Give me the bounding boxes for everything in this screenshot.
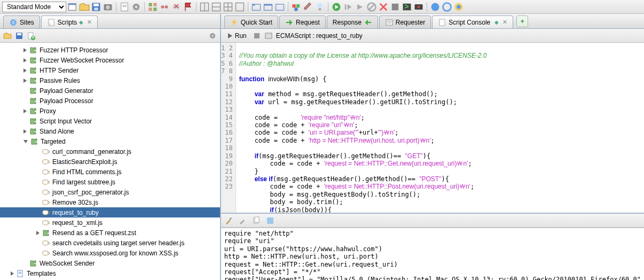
expand-icon[interactable] (23, 58, 27, 63)
drop-icon[interactable] (378, 2, 389, 12)
separator (427, 2, 427, 12)
report-icon[interactable] (119, 2, 130, 12)
tree-item[interactable]: Find largest subtree.js (0, 177, 220, 187)
tree-item[interactable]: Stand Alone (0, 126, 220, 136)
stop-icon[interactable] (366, 2, 377, 12)
record-icon[interactable] (413, 2, 424, 12)
expand-icon[interactable] (23, 48, 27, 52)
terminal-icon[interactable]: >_ (402, 2, 412, 12)
tree-label: Targeted (41, 138, 66, 145)
tree-item[interactable]: HTTP Sender (0, 65, 220, 75)
tree-item[interactable]: search cvedetails using target server he… (0, 238, 220, 248)
save-output-icon[interactable] (266, 216, 274, 225)
tree-item[interactable]: Remove 302s.js (0, 197, 220, 207)
close-icon[interactable]: ✕ (502, 19, 507, 26)
svg-text:+: + (31, 34, 35, 40)
cup-icon (42, 219, 50, 227)
add-tab-button[interactable]: + (516, 15, 528, 27)
close-icon[interactable]: ✕ (87, 19, 92, 26)
svg-rect-35 (294, 7, 297, 11)
browser1-icon[interactable] (430, 2, 441, 12)
cup-icon (42, 178, 50, 186)
break-x-icon[interactable]: ✕ (171, 2, 182, 12)
tree-item[interactable]: Script Input Vector (0, 116, 220, 126)
gear-icon[interactable] (131, 2, 142, 12)
new-session-icon[interactable] (67, 2, 78, 12)
forced-browse-icon[interactable] (303, 2, 313, 12)
expand-icon[interactable] (23, 129, 27, 134)
tree-item[interactable]: Passive Rules (0, 75, 220, 85)
code-area[interactable]: //You may obtain a copy of the License a… (236, 43, 644, 213)
copy-icon[interactable] (252, 216, 261, 225)
flag-icon[interactable] (183, 2, 193, 12)
tree-item[interactable]: Resend as a GET request.zst (0, 228, 220, 238)
output-text[interactable]: require "net/http" require "uri" uri = U… (221, 228, 644, 280)
tree-item[interactable]: ElasticSearchExploit.js (0, 157, 220, 167)
puzzle-icon[interactable] (291, 2, 302, 12)
play-icon[interactable] (331, 2, 342, 12)
tab-requester[interactable]: Requester (379, 15, 431, 28)
snapshot-icon[interactable] (103, 2, 113, 12)
tab-response[interactable]: Response (327, 15, 378, 28)
folder-icon[interactable] (79, 2, 90, 12)
tree-item[interactable]: WebSocket Sender (0, 258, 220, 268)
tabs3-icon[interactable] (274, 2, 285, 12)
step-icon[interactable] (343, 2, 354, 12)
addon-icon[interactable] (147, 2, 158, 12)
tree-item[interactable]: json_csrf_poc_generator.js (0, 187, 220, 197)
pin-icon[interactable]: ◆ (494, 19, 499, 25)
tree-item[interactable]: Find HTML comments.js (0, 167, 220, 177)
svg-rect-73 (386, 20, 392, 25)
expand-icon[interactable] (23, 109, 27, 113)
mode-select[interactable]: Standard Mode (2, 2, 66, 12)
svg-rect-15 (153, 7, 156, 11)
save-icon[interactable] (91, 2, 101, 12)
save-icon[interactable] (15, 32, 23, 40)
tab-scripts[interactable]: Scripts ◆ ✕ (41, 15, 98, 28)
run-button[interactable]: Run (224, 31, 249, 41)
breakpoint-icon[interactable] (390, 2, 400, 12)
code-editor[interactable]: 1 2 3 4 5 6 7 8 9 10 11 12 13 14 15 16 1… (221, 43, 644, 214)
tree-item[interactable]: Proxy (0, 106, 220, 116)
tree-item[interactable]: Fuzzer HTTP Processor (0, 45, 220, 55)
break-icon[interactable] (159, 2, 170, 12)
browser2-icon[interactable] (442, 2, 452, 12)
new-script-icon[interactable]: + (27, 32, 35, 40)
tree-item[interactable]: request_to_xml.js (0, 217, 220, 228)
layout4-icon[interactable] (234, 2, 245, 12)
tree-item[interactable]: Fuzzer WebSocket Processor (0, 55, 220, 65)
layout2-icon[interactable] (211, 2, 222, 12)
expand-icon[interactable] (36, 231, 40, 235)
tree-label: Fuzzer HTTP Processor (40, 46, 108, 54)
layout3-icon[interactable] (223, 2, 233, 12)
tree-item[interactable]: request_to_ruby (0, 207, 220, 217)
tab-script-console[interactable]: Script Console◆✕ (432, 15, 513, 28)
tree-item[interactable]: Targeted (0, 136, 220, 146)
broom-icon[interactable] (224, 216, 233, 225)
layout1-icon[interactable] (199, 2, 210, 12)
collapse-icon[interactable] (23, 140, 28, 143)
bulb-icon[interactable] (315, 2, 325, 12)
continue-icon[interactable] (355, 2, 365, 12)
pin-icon[interactable]: ◆ (79, 19, 83, 25)
folder-open-icon[interactable] (3, 32, 12, 40)
expand-icon[interactable] (23, 79, 27, 83)
tree-item[interactable]: Payload Generator (0, 85, 220, 96)
stop-icon[interactable] (253, 32, 261, 40)
clear-icon[interactable] (238, 216, 247, 225)
tabs2-icon[interactable] (263, 2, 273, 12)
tabs1-icon[interactable] (251, 2, 262, 12)
svg-rect-8 (122, 5, 127, 5)
script-tree[interactable]: Fuzzer HTTP ProcessorFuzzer WebSocket Pr… (0, 43, 220, 280)
tree-item[interactable]: curl_command_generator.js (0, 146, 220, 157)
tab-sites[interactable]: Sites (3, 15, 40, 28)
browser3-icon[interactable] (453, 2, 464, 12)
expand-icon[interactable] (23, 68, 27, 73)
expand-icon[interactable] (11, 271, 14, 276)
tab-request[interactable]: Request (279, 15, 326, 28)
gear-icon[interactable] (208, 32, 217, 40)
tree-item[interactable]: Payload Processor (0, 96, 220, 106)
tree-item[interactable]: Search www.xssposed.org for known XSS.js (0, 248, 220, 258)
tree-item[interactable]: Templates (0, 268, 220, 278)
tab-quickstart[interactable]: Quick Start (224, 15, 278, 28)
